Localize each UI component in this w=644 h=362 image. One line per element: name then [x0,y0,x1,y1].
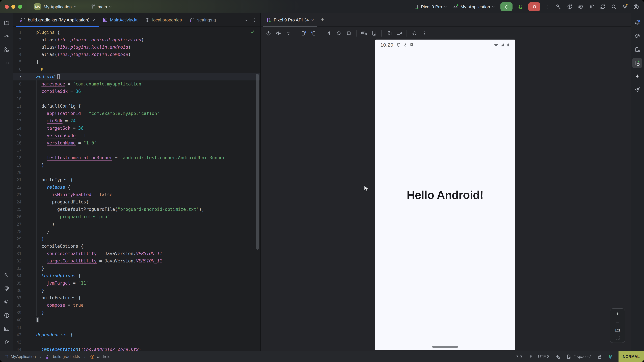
tab-build-gradle[interactable]: build.gradle.kts (My Application) × [16,13,99,26]
running-devices-tool-button[interactable] [632,58,642,68]
device-settings-button[interactable] [370,29,378,37]
attach-debugger-button[interactable] [589,4,595,10]
settings-button[interactable] [622,4,628,10]
commit-tool-button[interactable] [2,31,12,41]
code-line[interactable]: 39 } [14,309,260,317]
code-line[interactable]: 10 [14,95,260,103]
apply-code-changes-button[interactable] [578,4,584,10]
hardware-input-button[interactable] [360,29,368,37]
notifications-tool-button[interactable] [632,18,642,28]
code-line[interactable]: 26 "proguard-rules.pro" [14,213,260,221]
code-line[interactable]: 22 release { [14,184,260,191]
home-indicator[interactable] [432,346,458,348]
code-line[interactable]: 41 [14,324,260,331]
code-line[interactable]: 7android { [14,73,260,80]
inspections-ok-widget[interactable] [250,29,255,34]
volume-down-button[interactable] [284,29,293,37]
close-tab-icon[interactable]: × [92,17,95,23]
code-line[interactable]: 35 jvmTarget = "11" [14,280,260,287]
zoom-out-button[interactable]: − [616,320,619,325]
code-line[interactable]: 42dependencies { [14,331,260,339]
screenshot-button[interactable] [385,29,394,37]
tab-settings-gradle[interactable]: settings.g [186,13,220,26]
android-overview-button[interactable] [344,29,353,37]
code-line[interactable]: 9 compileSdk = 36 [14,88,260,95]
code-line[interactable]: 25 getDefaultProguardFile("proguard-andr… [14,206,260,213]
code-line[interactable]: 4 alias(libs.plugins.kotlin.compose) [14,51,260,58]
build-tool-button[interactable] [2,270,12,280]
show-hidden-tabs-icon[interactable] [244,17,248,22]
code-line[interactable]: 36 } [14,287,260,294]
breadcrumb-element[interactable]: android [97,354,110,359]
power-button[interactable] [264,29,273,37]
code-line[interactable]: 13 minSdk = 24 [14,117,260,125]
editor-options-kebab-icon[interactable] [252,17,256,22]
rerun-button[interactable] [500,2,512,11]
encoding-widget[interactable]: UTF-8 [538,354,550,359]
code-line[interactable]: 32 targetCompatibility = JavaVersion.VER… [14,257,260,265]
code-line[interactable]: 8 namespace = "com.example.myapplication… [14,80,260,88]
code-line[interactable]: 34 kotlinOptions { [14,272,260,280]
add-device-tab-button[interactable]: + [317,13,328,26]
minimize-window-button[interactable] [12,5,16,9]
vcs-branch-widget[interactable]: main [90,4,112,9]
code-line[interactable]: 40} [14,317,260,324]
breadcrumb-file[interactable]: build.gradle.kts [53,354,80,359]
zoom-window-button[interactable] [18,5,22,9]
code-editor[interactable]: 1plugins {2 alias(libs.plugins.android.a… [14,27,260,351]
code-line[interactable]: 12 applicationId = "com.example.myapplic… [14,110,260,117]
line-ending-widget[interactable]: LF [528,354,532,359]
release-assistant-tool-button[interactable] [632,85,642,95]
code-line[interactable]: 15 versionCode = 1 [14,132,260,139]
code-line[interactable]: 6 [14,66,260,73]
rotate-right-button[interactable] [309,29,318,37]
close-device-tab-icon[interactable]: × [311,17,314,23]
debug-button[interactable] [518,4,523,9]
ideavim-widget[interactable] [608,354,613,359]
fit-to-window-icon[interactable] [615,335,620,340]
code-line[interactable]: 19 } [14,162,260,169]
reset-view-button[interactable] [410,29,418,37]
device-selector[interactable]: Pixel 9 Pro [413,4,448,9]
more-tool-windows-button[interactable] [2,58,12,68]
zoom-reset-button[interactable]: 1:1 [615,328,620,333]
gradle-tool-button[interactable] [632,31,642,41]
file-lock-widget[interactable] [597,354,602,359]
search-everywhere-button[interactable] [611,4,617,10]
breadcrumb[interactable]: MyApplication › build.gradle.kts › andro… [4,354,110,359]
rotate-left-button[interactable] [299,29,308,37]
code-line[interactable]: 31 sourceCompatibility = JavaVersion.VER… [14,250,260,257]
code-line[interactable]: 2 alias(libs.plugins.android.application… [14,36,260,43]
ai-assistant-status-widget[interactable] [555,354,560,359]
tab-local-properties[interactable]: local.properties [141,13,186,26]
problems-tool-button[interactable] [2,310,12,321]
app-quality-insights-tool-button[interactable] [2,284,12,294]
tab-mainactivity[interactable]: MainActivity.kt [99,13,141,26]
emulator-screen[interactable]: 10:20 A Hello Android! [375,39,515,350]
code-line[interactable]: 5} [14,58,260,66]
android-home-button[interactable] [334,29,343,37]
device-more-options-button[interactable] [420,29,429,37]
code-line[interactable]: 1plugins { [14,29,260,36]
code-line[interactable]: 23 isMinifyEnabled = false [14,191,260,198]
logcat-tool-button[interactable] [2,297,12,307]
android-back-button[interactable] [324,29,333,37]
close-window-button[interactable] [5,5,9,9]
code-line[interactable]: 27 ) [14,221,260,228]
code-line[interactable]: 37 buildFeatures { [14,294,260,302]
code-line[interactable]: 14 targetSdk = 36 [14,125,260,132]
editor-scrollbar[interactable] [256,74,258,250]
device-manager-tool-button[interactable] [632,44,642,55]
sync-gradle-button[interactable] [600,4,606,10]
apply-changes-button[interactable] [566,4,572,10]
code-line[interactable]: 30 compileOptions { [14,243,260,250]
device-tab[interactable]: Pixel 9 Pro API 34 × [263,13,317,26]
code-line[interactable]: 20 [14,169,260,176]
code-line[interactable]: 11 defaultConfig { [14,103,260,110]
more-run-actions-button[interactable] [546,4,550,9]
breadcrumb-project[interactable]: MyApplication [11,354,36,359]
code-line[interactable]: 3 alias(libs.plugins.kotlin.android) [14,43,260,51]
project-tool-button[interactable] [2,18,12,28]
code-line[interactable]: 18 testInstrumentationRunner = "androidx… [14,154,260,162]
version-control-tool-button[interactable] [2,337,12,347]
